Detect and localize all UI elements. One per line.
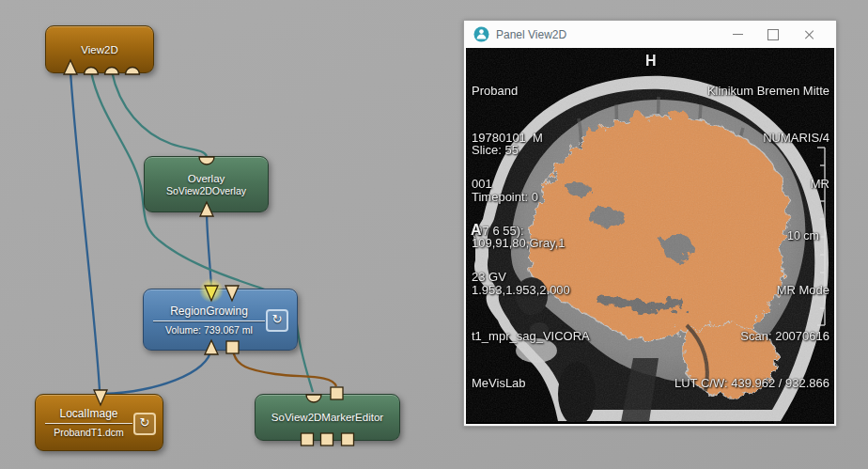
- close-icon: [803, 29, 814, 40]
- maximize-icon: [767, 29, 779, 40]
- node-title: LocalImage: [45, 407, 132, 420]
- institution-block: Klinikum Bremen Mitte NUMARIS/4 MR: [707, 53, 829, 224]
- sequence-name: t1_mpr_sag_VICORA: [472, 329, 590, 345]
- connection-localimage-to-regiongrowing[interactable]: [104, 349, 211, 394]
- voxel-position: 109,91,80,Gray,1: [472, 236, 590, 252]
- reload-file-button[interactable]: ↻: [133, 413, 156, 435]
- filename-status: ProbandT1.dcm: [45, 427, 132, 438]
- node-view2d[interactable]: View2D: [45, 25, 154, 73]
- mevislab-logo-icon: [473, 26, 489, 42]
- node-title: View2D: [81, 44, 117, 55]
- node-markereditor[interactable]: SoView2DMarkerEditor: [255, 394, 400, 441]
- lut-center-width: LUT C/W: 439.962 / 932.866: [674, 376, 829, 392]
- node-title: SoView2DMarkerEditor: [271, 412, 383, 423]
- slice-number: Slice: 55: [472, 143, 590, 159]
- node-regiongrowing[interactable]: RegionGrowing Volume: 739.067 ml ↻: [143, 289, 298, 351]
- node-title: RegionGrowing: [153, 305, 265, 318]
- scale-label: 10 cm: [787, 228, 819, 244]
- connection-overlay-to-view2d[interactable]: [112, 71, 207, 156]
- volume-status: Volume: 739.067 ml: [153, 324, 265, 336]
- window-titlebar[interactable]: Panel View2D: [464, 21, 836, 48]
- connection-localimage-to-view2d[interactable]: [70, 71, 100, 390]
- node-type-label: SoView2DOverlay: [166, 185, 246, 196]
- node-divider: [153, 320, 265, 321]
- scanner-software: NUMARIS/4: [707, 131, 829, 147]
- institution-name: Klinikum Bremen Mitte: [707, 84, 829, 100]
- modality: MR: [707, 177, 829, 193]
- window-title: Panel View2D: [496, 28, 713, 41]
- close-button[interactable]: [791, 23, 827, 47]
- mri-viewport[interactable]: Proband 19780101 M 001 (97 6 55): 23 GV …: [466, 48, 834, 424]
- orientation-label-head: H: [645, 54, 657, 70]
- connection-regiongrowing-to-overlay[interactable]: [207, 211, 211, 288]
- panel-view2d-window: Panel View2D: [463, 20, 837, 427]
- node-title: Overlay: [188, 173, 225, 184]
- mevislab-network-canvas[interactable]: View2D Overlay SoView2DOverlay RegionGro…: [0, 0, 868, 469]
- node-localimage[interactable]: LocalImage ProbandT1.dcm ↻: [35, 394, 163, 451]
- reload-icon: ↻: [140, 415, 150, 430]
- maximize-button[interactable]: [755, 23, 791, 47]
- minimize-icon: [733, 34, 743, 35]
- timepoint: Timepoint: 0: [472, 190, 590, 206]
- voxel-size: 1.953,1.953,2.000: [472, 283, 590, 299]
- application-name: MeVisLab: [472, 376, 590, 392]
- minimize-button[interactable]: [720, 23, 755, 47]
- scan-date: Scan: 20070616: [674, 329, 829, 345]
- mode-info-block: MR Mode Scan: 20070616 LUT C/W: 439.962 …: [674, 252, 829, 423]
- patient-name: Proband: [472, 84, 543, 100]
- auto-update-button[interactable]: ↻: [266, 309, 288, 332]
- node-divider: [45, 423, 132, 424]
- node-overlay[interactable]: Overlay SoView2DOverlay: [144, 156, 269, 212]
- connection-markereditor-to-regiongrowing-base[interactable]: [233, 350, 336, 386]
- viewer-mode: MR Mode: [674, 283, 829, 299]
- reload-icon: ↻: [272, 312, 283, 326]
- window-controls: [720, 23, 827, 47]
- slice-info-block: Slice: 55 Timepoint: 0 109,91,80,Gray,1 …: [472, 112, 590, 422]
